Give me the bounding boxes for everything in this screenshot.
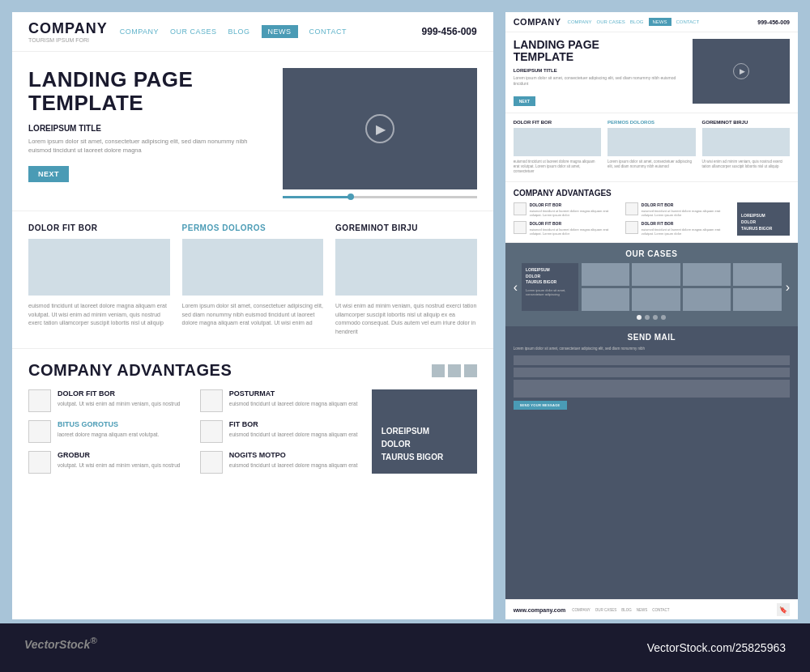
lp-adv-grid: DOLOR FIT BOR volutpat. Ut wisi enim ad … [28, 389, 477, 474]
lp-col-3-text: Ut wisi enim ad minim veniam, quis nostr… [335, 302, 477, 336]
lp-adv-item-2-title: BITUS GOROTUS [58, 420, 188, 428]
rp-col-3-title: GOREMINOT BIRJU [702, 120, 790, 125]
case-thumb-5[interactable] [582, 288, 629, 311]
lp-adv-icon-5 [200, 420, 223, 443]
nav-news[interactable]: NEWS [262, 25, 298, 38]
rp-sendmail-name[interactable] [514, 355, 790, 365]
case-thumb-6[interactable] [632, 288, 680, 311]
bookmark-icon: 🔖 [777, 603, 790, 616]
lp-adv-item-6-text: euismod tincidunt ut laoreet dolore magn… [229, 461, 360, 469]
adv-dot-2 [448, 364, 461, 377]
rp-header: COMPANY COMPANY OUR CASES BLOG NEWS CONT… [505, 12, 798, 32]
footer-link-contact[interactable]: CONTACT [652, 608, 669, 612]
rp-adv-item-4-text: euismod tincidunt ut laoreet dolore magn… [642, 228, 732, 236]
rp-cases-content: ‹ LOREIPSUM DOLOR TAURUS BIGOR Lorem ips… [514, 263, 790, 311]
rp-play-icon[interactable]: ▶ [733, 63, 749, 79]
lp-adv-item-4-title: POSTURMAT [229, 389, 360, 398]
rp-col-2-title: PERMOS DOLOROS [608, 120, 695, 125]
video-slider[interactable] [283, 196, 477, 198]
rp-adv-col-1: DOLOR FIT BOR euismod tincidunt ut laore… [514, 202, 620, 236]
rp-columns: DOLOR FIT BOR euismod tincidunt ut laore… [505, 113, 798, 182]
lp-adv-item-5: FIT BOR euismod tincidunt ut laoreet dol… [200, 420, 360, 443]
prev-arrow-icon[interactable]: ‹ [514, 280, 518, 295]
case-thumb-2[interactable] [632, 263, 680, 286]
rp-sendmail-message[interactable] [514, 380, 790, 398]
lp-advantages: COMPANY ADVANTAGES DOLOR FIT BOR volutpa… [12, 349, 493, 486]
rp-nav-news[interactable]: NEWS [649, 18, 671, 26]
adv-dot-3 [464, 364, 477, 377]
case-thumb-3[interactable] [683, 263, 731, 286]
footer-link-company[interactable]: COMPANY [572, 608, 590, 612]
lp-adv-item-3: GROBUR volutpat. Ut wisi enim ad minim v… [28, 451, 188, 474]
case-dot-2[interactable] [645, 315, 650, 320]
lp-adv-featured-text: LOREIPSUM DOLOR TAURUS BIGOR [382, 425, 467, 464]
lp-col-2-title: PERMOS DOLOROS [182, 223, 324, 232]
case-dot-4[interactable] [661, 315, 666, 320]
lp-adv-icon-6 [200, 451, 223, 474]
rp-hero: LANDING PAGETEMPLATE LOREIPSUM TITLE Lor… [505, 32, 798, 113]
rp-nav-contact[interactable]: CONTACT [676, 19, 700, 24]
rp-col-2: PERMOS DOLOROS Lorem ipsum dolor sit ame… [608, 120, 695, 175]
lp-columns: DOLOR FIT BOR euismod tincidunt ut laore… [12, 211, 493, 349]
lp-col-2: PERMOS DOLOROS Lorem ipsum dolor sit ame… [182, 223, 324, 336]
rp-hero-text: Lorem ipsum dolor sit amet, consectetuer… [514, 75, 686, 87]
lp-hero-text: Lorem ipsum dolor sit amet, consectetuer… [28, 137, 266, 155]
nav-company[interactable]: COMPANY [120, 28, 159, 36]
lp-adv-icon-4 [200, 389, 223, 412]
rp-hero-btn[interactable]: NEXT [514, 96, 535, 106]
lp-adv-item-6: NOGITS MOTPO euismod tincidunt ut laoree… [200, 451, 360, 474]
rp-adv-icon-3 [625, 202, 638, 215]
left-panel: COMPANY TOURISM IPSUM FORI COMPANY OUR C… [12, 12, 493, 619]
rp-col-1: DOLOR FIT BOR euismod tincidunt ut laore… [514, 120, 601, 175]
lp-hero-left: LANDING PAGETEMPLATE LOREIPSUM TITLE Lor… [28, 68, 266, 198]
rp-nav-company[interactable]: COMPANY [568, 19, 592, 24]
rp-sendmail-btn[interactable]: SEND YOUR MESSAGE [514, 401, 567, 410]
rp-hero-video-wrap: ▶ [693, 39, 790, 106]
rp-nav-ourcases[interactable]: OUR CASES [596, 19, 625, 24]
lp-col-3-title: GOREMINOT BIRJU [335, 223, 477, 232]
rp-footer-links: COMPANY OUR CASES BLOG NEWS CONTACT [572, 608, 669, 612]
rp-advantages: COMPANY ADVANTAGES DOLOR FIT BOR euismod… [505, 182, 798, 244]
rp-hero-subtitle: LOREIPSUM TITLE [514, 68, 686, 73]
lp-col-2-img [182, 239, 324, 296]
rp-adv-item-2-text: euismod tincidunt ut laoreet dolore magn… [530, 228, 620, 236]
next-arrow-icon[interactable]: › [786, 280, 790, 295]
rp-col-1-img [514, 128, 601, 156]
footer-link-news[interactable]: NEWS [637, 608, 648, 612]
case-dot-3[interactable] [653, 315, 658, 320]
rp-sendmail-inputs [514, 355, 790, 398]
rp-col-1-title: DOLOR FIT BOR [514, 120, 601, 125]
lp-hero-btn[interactable]: NEXT [28, 166, 69, 182]
play-icon[interactable]: ▶ [365, 114, 394, 143]
rp-sendmail-email[interactable] [514, 368, 790, 377]
footer-link-blog[interactable]: BLOG [621, 608, 632, 612]
case-thumb-4[interactable] [733, 263, 781, 286]
rp-hero-left: LANDING PAGETEMPLATE LOREIPSUM TITLE Lor… [514, 39, 686, 106]
lp-adv-icon-2 [28, 420, 51, 443]
nav-ourcases[interactable]: OUR CASES [170, 28, 217, 36]
rp-col-3: GOREMINOT BIRJU Ut wisi enim ad minim ve… [702, 120, 790, 175]
lp-col-1-title: DOLOR FIT BOR [28, 223, 170, 232]
case-dot-1[interactable] [637, 315, 642, 320]
rp-cases-title: OUR CASES [514, 249, 790, 258]
nav-blog[interactable]: BLOG [228, 28, 250, 36]
lp-adv-item-6-title: NOGITS MOTPO [229, 451, 360, 459]
rp-adv-item-2: DOLOR FIT BOR euismod tincidunt ut laore… [514, 221, 620, 236]
lp-adv-item-2: BITUS GOROTUS laoreet dolore magna aliqu… [28, 420, 188, 443]
brand-name: VectorStock® [24, 638, 97, 651]
rp-adv-item-3-title: DOLOR FIT BOR [642, 202, 732, 207]
nav-contact[interactable]: CONTACT [309, 28, 347, 36]
video-slider-dot [347, 194, 354, 200]
rp-nav-blog[interactable]: BLOG [630, 19, 644, 24]
footer-link-ourcases[interactable]: OUR CASES [595, 608, 617, 612]
rp-col-2-img [608, 128, 695, 156]
case-thumb-1[interactable] [582, 263, 629, 286]
lp-col-1-img [28, 239, 170, 296]
rp-adv-featured: LOREIPSUM DOLOR TAURUS BIGOR [737, 202, 790, 236]
rp-adv-item-2-title: DOLOR FIT BOR [530, 221, 620, 226]
rp-sendmail-content: Lorem ipsum dolor sit amet, consectetuer… [514, 347, 790, 409]
rp-adv-item-1: DOLOR FIT BOR euismod tincidunt ut laore… [514, 202, 620, 217]
case-thumb-7[interactable] [683, 288, 731, 311]
lp-hero-title: LANDING PAGETEMPLATE [28, 68, 266, 114]
case-thumb-8[interactable] [733, 288, 781, 311]
